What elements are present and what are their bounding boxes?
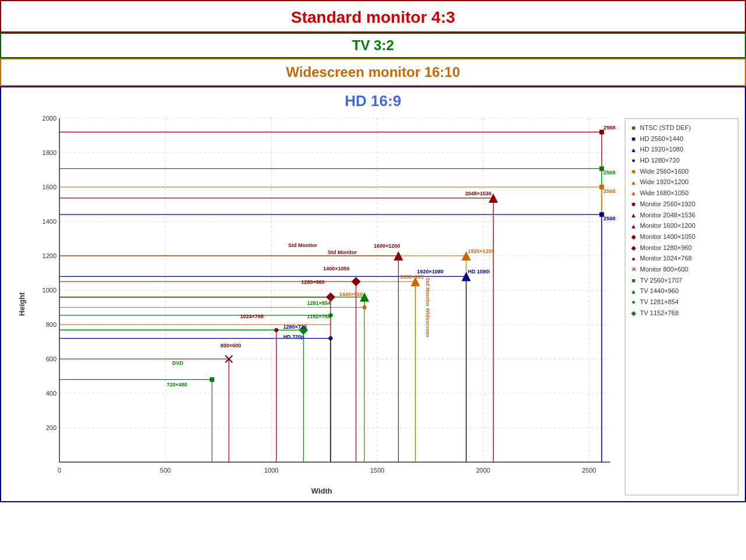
legend-item: ▲Monitor 2048×1536 [630,210,733,221]
legend-item: ◆Monitor 1400×1050 [630,231,733,242]
legend-item: ▲TV 1440×960 [630,286,733,297]
chart-legend: ■NTSC (STD DEF)■HD 2560×1440▲HD 1920×108… [625,118,738,495]
hd-section: HD 16:9 Height Width ■NTSC (STD DEF)■HD … [0,86,746,502]
legend-item: ■Monitor 2560×1920 [630,199,733,210]
tv-title: TV 3:2 [1,37,745,54]
legend-item: ✕Monitor 800×600 [630,264,733,275]
legend-item: ■Wide 2560×1600 [630,166,733,177]
legend-item: ▲Wide 1680×1050 [630,188,733,199]
standard-monitor-title: Standard monitor 4:3 [1,8,745,27]
wide-title: Widescreen monitor 16:10 [1,64,745,80]
legend-item: ▲Wide 1920×1200 [630,177,733,188]
legend-item: ●HD 1280×720 [630,155,733,166]
y-axis-label: Height [17,292,26,315]
chart-canvas [27,112,616,485]
hd-title: HD 16:9 [1,87,745,112]
tv-section: TV 3:2 [0,33,746,58]
legend-item: ■TV 2560×1707 [630,275,733,286]
legend-item: ■HD 2560×1440 [630,133,733,145]
legend-item: ▲HD 1920×1080 [630,144,733,155]
legend-item: ■NTSC (STD DEF) [630,122,733,133]
legend-item: ●Monitor 1024×768 [630,253,733,264]
x-axis-label: Width [27,487,616,495]
legend-item: ▲Monitor 1600×1200 [630,220,733,231]
legend-item: ●TV 1281×854 [630,297,733,308]
legend-item: ◆Monitor 1280×960 [630,242,733,253]
legend-item: ◆TV 1152×768 [630,308,733,319]
standard-monitor-section: Standard monitor 4:3 [0,0,746,33]
wide-section: Widescreen monitor 16:10 [0,58,746,86]
